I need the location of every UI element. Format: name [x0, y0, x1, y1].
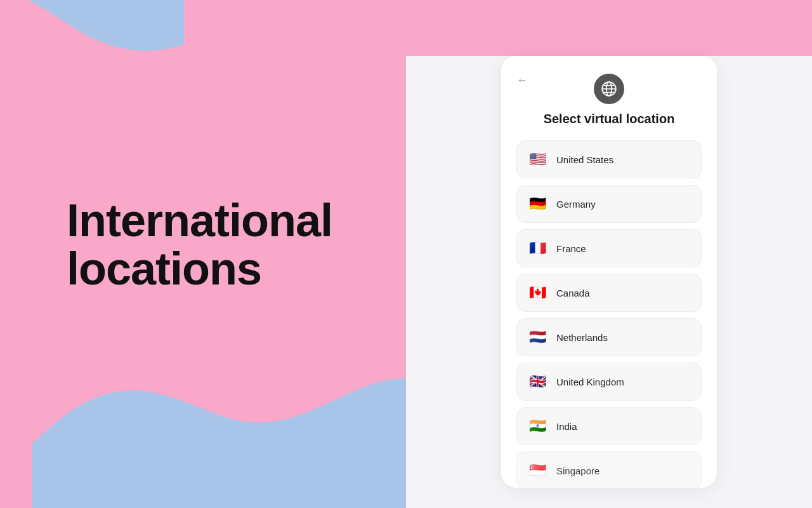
location-name-de: Germany — [556, 199, 596, 210]
flag-in: 🇮🇳 — [527, 416, 547, 436]
location-item-sg[interactable]: 🇸🇬 Singapore — [516, 451, 702, 488]
flag-fr: 🇫🇷 — [527, 238, 547, 258]
flag-gb: 🇬🇧 — [527, 371, 547, 392]
location-name-fr: France — [556, 243, 586, 254]
location-name-ca: Canada — [556, 288, 590, 298]
flag-sg: 🇸🇬 — [527, 460, 547, 481]
location-list: 🇺🇸 United States 🇩🇪 Germany 🇫🇷 France 🇨🇦… — [516, 140, 702, 488]
location-item-in[interactable]: 🇮🇳 India — [516, 407, 702, 445]
location-name-in: India — [556, 421, 577, 432]
headline-line1: International — [67, 197, 332, 245]
globe-icon — [594, 74, 624, 104]
location-card: ← Select virtual location 🇺🇸 United Stat… — [501, 56, 717, 488]
blob-bottom-icon — [32, 330, 406, 508]
location-item-fr[interactable]: 🇫🇷 France — [516, 229, 702, 267]
card-title: Select virtual location — [516, 112, 702, 126]
back-button[interactable]: ← — [516, 74, 528, 87]
pink-top-strip — [406, 0, 812, 56]
location-item-gb[interactable]: 🇬🇧 United Kingdom — [516, 363, 702, 401]
location-item-de[interactable]: 🇩🇪 Germany — [516, 185, 702, 223]
right-panel: ← Select virtual location 🇺🇸 United Stat… — [406, 0, 812, 508]
headline-line2: locations — [67, 245, 332, 293]
flag-ca: 🇨🇦 — [527, 283, 547, 303]
location-name-us: United States — [556, 154, 613, 165]
location-name-gb: United Kingdom — [556, 377, 624, 387]
blob-top-left-icon — [0, 0, 184, 89]
location-item-us[interactable]: 🇺🇸 United States — [516, 140, 702, 178]
location-name-nl: Netherlands — [556, 332, 608, 343]
headline: International locations — [67, 197, 332, 293]
flag-nl: 🇳🇱 — [527, 327, 547, 347]
location-item-nl[interactable]: 🇳🇱 Netherlands — [516, 318, 702, 356]
flag-de: 🇩🇪 — [527, 194, 547, 214]
location-name-sg: Singapore — [556, 465, 599, 476]
left-panel: International locations — [0, 0, 406, 508]
globe-icon-wrapper — [516, 74, 702, 104]
flag-us: 🇺🇸 — [527, 149, 547, 170]
location-item-ca[interactable]: 🇨🇦 Canada — [516, 274, 702, 312]
